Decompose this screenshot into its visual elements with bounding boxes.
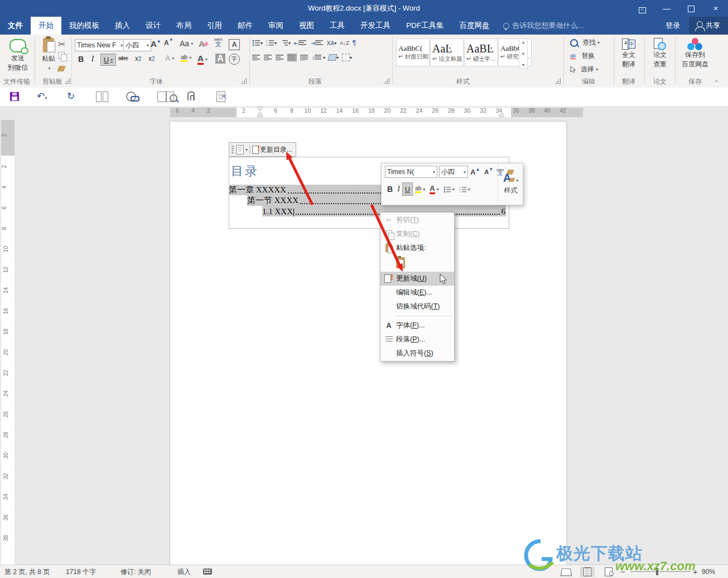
format-painter-button[interactable] xyxy=(58,64,65,74)
insert-page-icon[interactable]: ⇱ xyxy=(216,91,230,105)
highlight-button[interactable]: ab▾ xyxy=(181,54,191,62)
mini-styles-button[interactable]: A▾ 样式 xyxy=(498,163,523,204)
italic-button[interactable]: I xyxy=(88,55,97,64)
mini-italic-button[interactable]: I xyxy=(395,183,402,195)
mini-font-color-button[interactable]: A▾ xyxy=(427,183,441,195)
mini-font-size-combo[interactable]: 小四▾ xyxy=(439,166,468,178)
print-layout-icon[interactable] xyxy=(580,567,595,577)
character-border-button[interactable]: A xyxy=(229,39,240,50)
menu-item-update-field[interactable]: !更新域(U) xyxy=(380,272,454,286)
paragraph-align-left-button[interactable] xyxy=(252,54,261,61)
minimize-button[interactable]: — xyxy=(654,0,679,17)
mini-grow-font-button[interactable]: A▲ xyxy=(468,166,482,178)
replace-button[interactable]: ab替换 xyxy=(570,51,595,61)
paragraph-numbering-button[interactable]: 12▾ xyxy=(266,40,277,46)
menu-item-font[interactable]: A字体(F)... xyxy=(380,319,454,333)
phonetic-guide-button[interactable]: wén文 xyxy=(214,37,223,47)
tab-百度网盘[interactable]: 百度网盘 xyxy=(452,17,498,35)
tab-插入[interactable]: 插入 xyxy=(107,17,138,35)
clipboard-dialog-launcher[interactable] xyxy=(65,78,70,84)
menu-item-paste-keep-source[interactable] xyxy=(380,255,454,272)
style-card-1[interactable]: AaĿ↵ 论文标题 xyxy=(430,38,464,66)
zoom-in-button[interactable]: + xyxy=(693,565,698,578)
paragraph-distribute-button[interactable] xyxy=(300,54,308,61)
print-preview-icon[interactable] xyxy=(157,91,177,105)
mini-underline-button[interactable]: U xyxy=(402,182,413,196)
sign-in-button[interactable]: 登录 xyxy=(657,17,689,35)
share-button[interactable]: 共享 xyxy=(689,17,728,35)
strikethrough-button[interactable]: abc xyxy=(118,55,128,61)
tab-我的模板[interactable]: 我的模板 xyxy=(61,17,107,35)
collapse-ribbon-icon[interactable]: ⌃ xyxy=(714,79,719,86)
attachment-icon[interactable] xyxy=(187,91,195,103)
change-case-button[interactable]: Aa▾ xyxy=(180,39,193,48)
mini-bold-button[interactable]: B xyxy=(385,183,395,195)
paragraph-align-center-button[interactable] xyxy=(264,54,272,61)
hyperlink-globe-icon[interactable] xyxy=(126,91,139,104)
mini-bullets-button[interactable]: ▾ xyxy=(441,183,457,195)
toc-heading[interactable]: 目录 xyxy=(231,163,259,180)
clear-formatting-button[interactable]: A xyxy=(199,39,208,49)
tab-开发工具[interactable]: 开发工具 xyxy=(353,17,398,35)
menu-item-toggle-field-codes[interactable]: 切换域代码(T) xyxy=(380,300,454,314)
bold-button[interactable]: B xyxy=(76,55,86,64)
select-button[interactable]: 选择▾ xyxy=(570,65,598,74)
paragraph-sort-button[interactable]: A↓Z xyxy=(340,40,349,46)
font-color-button[interactable]: A▾ xyxy=(197,54,208,65)
web-layout-icon[interactable] xyxy=(601,567,616,577)
paragraph-decrease-indent-button[interactable]: ⇤ xyxy=(294,40,307,46)
paragraph-multilevel-list-button[interactable]: ▾ xyxy=(280,40,291,46)
tab-PDF工具集[interactable]: PDF工具集 xyxy=(398,17,452,35)
right-indent-marker[interactable] xyxy=(499,113,504,117)
font-dialog-launcher[interactable] xyxy=(241,78,247,84)
drag-handle-icon[interactable] xyxy=(232,146,234,153)
character-shading-button[interactable]: A xyxy=(215,54,225,64)
two-pages-icon[interactable] xyxy=(96,91,108,105)
mini-highlight-button[interactable]: ab▾ xyxy=(413,183,427,195)
mini-font-name-combo[interactable]: Times N(▾ xyxy=(385,166,437,178)
paragraph-show-marks-button[interactable]: ¶ xyxy=(353,39,356,47)
styles-gallery-scroll[interactable]: ▲▼▼ xyxy=(519,38,528,69)
zoom-out-button[interactable]: − xyxy=(620,565,625,578)
page-info[interactable]: 第 2 页, 共 8 页 xyxy=(1,565,53,578)
hanging-indent-marker[interactable] xyxy=(257,112,263,118)
tab-引用[interactable]: 引用 xyxy=(199,17,230,35)
toc-menu-icon[interactable] xyxy=(236,145,244,155)
undo-icon[interactable]: ↶▾ xyxy=(37,90,47,102)
paste-option-icon[interactable] xyxy=(396,257,405,270)
tell-me-box[interactable]: 告诉我您想要做什么... xyxy=(503,17,584,35)
insert-mode-status[interactable]: 插入 xyxy=(174,565,194,578)
style-card-0[interactable]: AaBbC(↵ 封面日期 xyxy=(396,38,430,66)
menu-item-paragraph[interactable]: 段落(P)... xyxy=(380,333,454,346)
update-toc-button[interactable]: 更新目录... xyxy=(260,145,292,155)
paragraph-increase-indent-button[interactable]: ⇥ xyxy=(310,40,323,46)
paragraph-dialog-launcher[interactable] xyxy=(384,78,389,84)
word-count[interactable]: 1718 个字 xyxy=(62,565,99,578)
tab-file[interactable]: 文件 xyxy=(0,17,31,35)
cut-button[interactable]: ✂ xyxy=(58,39,65,50)
vertical-ruler[interactable]: 22468101214161820222426283032343638 xyxy=(1,120,15,565)
tab-视图[interactable]: 视图 xyxy=(291,17,322,35)
paper-check-button[interactable]: 论文查重 xyxy=(647,38,673,69)
text-effects-button[interactable]: A▾ xyxy=(165,54,174,62)
menu-item-edit-field[interactable]: 编辑域(E)... xyxy=(380,286,454,300)
subscript-button[interactable]: x2 xyxy=(135,55,142,62)
paste-button[interactable]: 粘贴▾ xyxy=(39,38,58,71)
full-text-translate-button[interactable]: a 中 全文翻译 xyxy=(616,38,642,69)
styles-dialog-launcher[interactable] xyxy=(555,78,561,84)
menu-item-insert-symbol[interactable]: 插入符号(S) xyxy=(380,346,454,360)
font-size-combo[interactable]: 小四▾ xyxy=(123,39,151,51)
chevron-down-icon[interactable]: ▾ xyxy=(245,147,248,152)
zoom-slider[interactable] xyxy=(630,571,691,572)
mini-shrink-font-button[interactable]: A▼ xyxy=(482,166,495,178)
redo-icon[interactable]: ↻ xyxy=(67,90,75,102)
font-name-combo[interactable]: Times New F▾ xyxy=(75,39,125,51)
maximize-button[interactable] xyxy=(679,0,703,17)
mini-numbering-button[interactable]: 123▾ xyxy=(457,183,473,195)
horizontal-ruler[interactable]: 6422681012141618202224262830323436384042 xyxy=(0,106,728,120)
paragraph-align-right-button[interactable] xyxy=(276,54,284,61)
tab-邮件[interactable]: 邮件 xyxy=(230,17,261,35)
save-to-baidu-button[interactable]: 保存到百度网盘 xyxy=(677,38,713,69)
keyboard-icon[interactable] xyxy=(200,565,215,578)
zoom-slider-thumb[interactable] xyxy=(656,568,658,575)
